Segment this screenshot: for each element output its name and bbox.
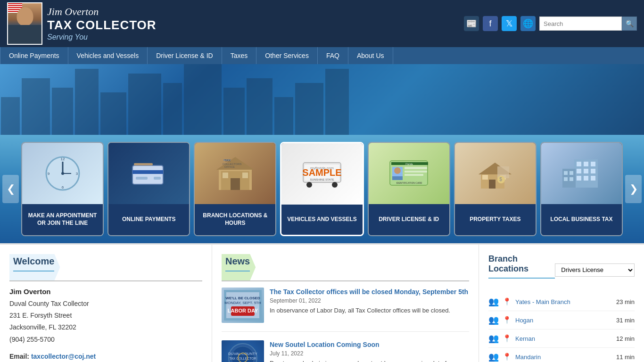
svg-rect-62 — [570, 177, 573, 181]
svg-rect-9 — [132, 170, 163, 174]
welcome-address-line1: Duval County Tax Collector — [9, 298, 202, 310]
nav-about-us[interactable]: About Us — [348, 47, 393, 64]
svg-rect-60 — [570, 171, 573, 175]
svg-text:SUNSHINE STATE: SUNSHINE STATE — [310, 178, 334, 181]
person-name: Jim Overton — [47, 6, 157, 18]
nav-driver-license[interactable]: Driver License & ID — [148, 47, 222, 64]
main-nav: Online Payments Vehicles and Vessels Dri… — [0, 47, 644, 64]
svg-rect-53 — [584, 169, 588, 173]
newspaper-icon[interactable]: 📰 — [464, 16, 479, 31]
news-heading-wrap: News — [222, 254, 469, 280]
svg-text:IDENTIFICATION CARD: IDENTIFICATION CARD — [396, 181, 422, 184]
svg-text:DUVAL COUNTY: DUVAL COUNTY — [228, 352, 257, 356]
news-content-2: New Soutel Location Coming Soon July 11,… — [270, 340, 469, 362]
svg-rect-35 — [392, 176, 403, 180]
svg-text:TAX COLLECTOR: TAX COLLECTOR — [229, 357, 256, 360]
news-thumb-1: WE'LL BE CLOSED MONDAY, SEPT. 5TH LABOR … — [222, 288, 264, 323]
title-line2: Serving You — [47, 33, 157, 41]
svg-rect-37 — [405, 171, 427, 173]
card-online-payments[interactable]: ONLINE PAYMENTS — [107, 142, 190, 236]
welcome-email-link[interactable]: taxcollector@coj.net — [31, 353, 96, 360]
search-input[interactable] — [539, 16, 622, 31]
branch-name-mandarin[interactable]: Mandarin — [515, 354, 612, 361]
card-branch-image: TAX COLLECTORS OFFICE — [195, 143, 275, 204]
svg-text:LABOR DAY: LABOR DAY — [228, 308, 258, 313]
svg-text:SAMPLE: SAMPLE — [302, 167, 341, 178]
news-heading-tag: News — [222, 254, 256, 280]
card-branch-locations[interactable]: TAX COLLECTORS OFFICE BRANCH LOCATIONS &… — [194, 142, 276, 236]
branch-name-yates[interactable]: Yates - Main Branch — [515, 298, 612, 305]
translate-icon[interactable]: 🌐 — [520, 16, 536, 31]
main-content: Welcome Jim Overton Duval County Tax Col… — [0, 243, 644, 362]
svg-rect-36 — [405, 167, 427, 169]
svg-text:$: $ — [499, 177, 502, 182]
site-title: Jim Overton TAX COLLECTOR Serving You — [47, 6, 157, 42]
card-property-label: PROPERTY TAXES — [455, 204, 536, 235]
svg-rect-43 — [482, 175, 488, 180]
news-date-2: July 11, 2022 — [270, 350, 469, 357]
branch-wait-kernan: 12 min — [616, 335, 635, 342]
card-property-image: $ — [455, 143, 536, 204]
welcome-email-label: Email: — [9, 353, 31, 360]
svg-rect-52 — [577, 169, 581, 173]
svg-rect-59 — [564, 171, 568, 175]
twitter-icon[interactable]: 𝕏 — [502, 16, 517, 31]
branch-people-icon-4: 👥 — [488, 352, 499, 362]
search-box: 🔍 — [539, 16, 637, 31]
svg-point-34 — [394, 167, 401, 174]
branch-type-select[interactable]: Drivers License Vehicle Registration Pro… — [555, 263, 635, 277]
branch-wait-mandarin: 11 min — [616, 354, 635, 361]
news-link-2[interactable]: New Soutel Location Coming Soon — [270, 340, 469, 349]
card-business-label: LOCAL BUSINESS TAX — [541, 204, 622, 235]
news-title: News — [225, 256, 250, 272]
svg-point-3 — [61, 172, 64, 175]
facebook-icon[interactable]: f — [483, 16, 498, 31]
cards-container: 12 3 6 9 MAKE AN APPOINTMENT OR JOIN THE… — [19, 140, 625, 239]
site-header: Jim Overton TAX COLLECTOR Serving You 📰 … — [0, 0, 644, 47]
svg-rect-50 — [584, 162, 588, 166]
branch-row-kernan: 👥 📍 Kernan 12 min — [488, 329, 635, 348]
branch-people-icon-1: 👥 — [488, 296, 499, 307]
svg-rect-42 — [489, 180, 495, 189]
search-button[interactable]: 🔍 — [622, 16, 637, 31]
svg-text:6: 6 — [61, 185, 64, 189]
welcome-heading-tag: Welcome — [9, 254, 60, 280]
svg-text:WE'LL BE CLOSED: WE'LL BE CLOSED — [225, 296, 260, 300]
nav-other-services[interactable]: Other Services — [256, 47, 318, 64]
welcome-phone: (904) 255-5700 — [9, 334, 202, 346]
news-text-1: In observance of Labor Day, all Tax Coll… — [270, 306, 469, 315]
card-appointment[interactable]: 12 3 6 9 MAKE AN APPOINTMENT OR JOIN THE… — [21, 142, 104, 236]
card-branch-label: BRANCH LOCATIONS & HOURS — [195, 204, 275, 235]
cards-row: ❮ 12 3 6 9 MAKE AN APPOINTMENT OR JOIN T… — [0, 135, 644, 243]
welcome-title: Welcome — [13, 256, 54, 272]
welcome-email-line: Email: taxcollector@coj.net — [9, 353, 202, 360]
news-link-1[interactable]: The Tax Collector offices will be closed… — [270, 288, 469, 296]
svg-text:3: 3 — [75, 172, 78, 176]
card-payments-label: ONLINE PAYMENTS — [108, 204, 189, 235]
nav-faq[interactable]: FAQ — [318, 47, 348, 64]
svg-rect-61 — [564, 177, 568, 181]
svg-point-28 — [306, 182, 312, 188]
welcome-address-line3: Jacksonville, FL 32202 — [9, 321, 202, 333]
svg-rect-10 — [136, 177, 148, 180]
card-property-taxes[interactable]: $ PROPERTY TAXES — [454, 142, 537, 236]
card-payments-image — [108, 143, 189, 204]
news-date-1: September 01, 2022 — [270, 297, 469, 304]
card-driver-image: Florida IDENTIFICATION CARD — [369, 143, 449, 204]
nav-taxes[interactable]: Taxes — [222, 47, 257, 64]
branch-name-hogan[interactable]: Hogan — [515, 317, 612, 324]
card-vehicles[interactable]: myflorida.com SAMPLE SUNSHINE STATE VEHI… — [280, 142, 363, 236]
card-vehicles-label: VEHICLES AND VESSELS — [281, 205, 362, 235]
branch-wait-yates: 23 min — [616, 298, 635, 305]
nav-vehicles-vessels[interactable]: Vehicles and Vessels — [68, 47, 148, 64]
news-item-1: WE'LL BE CLOSED MONDAY, SEPT. 5TH LABOR … — [222, 288, 469, 332]
branch-name-kernan[interactable]: Kernan — [515, 335, 612, 342]
carousel-next-button[interactable]: ❯ — [625, 175, 642, 203]
nav-online-payments[interactable]: Online Payments — [0, 47, 68, 64]
card-driver-license[interactable]: Florida IDENTIFICATION CARD DRIVER LICEN… — [368, 142, 450, 236]
card-local-business[interactable]: LOCAL BUSINESS TAX — [540, 142, 623, 236]
news-section: News WE'LL BE CLOSED MONDAY, SEPT. 5TH L… — [212, 245, 479, 362]
carousel-prev-button[interactable]: ❮ — [2, 175, 19, 203]
svg-rect-17 — [223, 173, 228, 178]
svg-rect-18 — [242, 173, 248, 178]
